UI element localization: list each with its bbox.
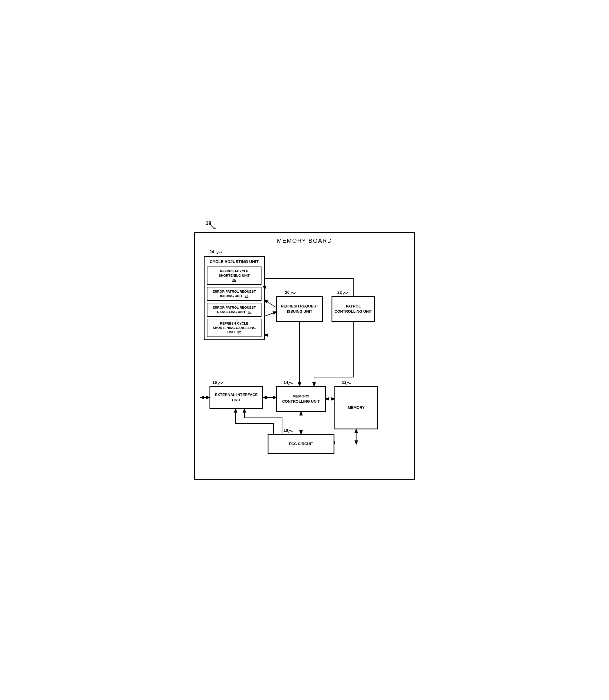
diagram-area: 24 CYCLE ADJUSTING UNIT REFRESH-CYCLE SH… [201,249,410,470]
cycle-adjusting-outer: CYCLE ADJUSTING UNIT REFRESH-CYCLE SHORT… [204,256,265,340]
memory-controlling-text: MEMORY CONTROLLING UNIT [279,394,323,404]
sub-unit-28: ERROR PATROL REQUEST ISSUING UNIT 28 [207,287,261,301]
ref-label-10: 10 [206,220,211,226]
sub-unit-30-num: 30 [247,310,251,313]
external-interface-box: EXTERNAL INTERFACE UNIT [209,386,263,409]
sub-unit-32: REFRESH-CYCLE SHORTENING CANCELING UNIT … [207,319,261,337]
ecc-circuit-text: ECC CIRCUIT [289,441,313,447]
sub-unit-26-text: REFRESH-CYCLE SHORTENING UNIT [219,269,250,277]
external-interface-text: EXTERNAL INTERFACE UNIT [212,392,261,402]
sub-unit-28-num: 28 [245,294,248,298]
external-interface-label: 16 [212,380,217,385]
cycle-adjusting-label: 24 [209,249,214,254]
patrol-controlling-text: PATROL CONTROLLING UNIT [334,304,372,314]
cycle-adjusting-title: CYCLE ADJUSTING UNIT [207,259,261,264]
board-title: MEMORY BOARD [201,237,408,244]
sub-unit-30: ERROR PATROL REQUEST CANCELING UNIT 30 [207,303,261,317]
patrol-controlling-box: PATROL CONTROLLING UNIT [332,296,375,322]
memory-controlling-label: 14 [283,380,288,385]
refresh-request-text: REFRESH REQUEST ISSUING UNIT [279,304,320,314]
ecc-label: 18 [283,428,288,433]
ecc-circuit-box: ECC CIRCUIT [267,434,334,454]
memory-text: MEMORY [348,405,365,410]
sub-unit-26: REFRESH-CYCLE SHORTENING UNIT 26 [207,267,261,285]
main-board: MEMORY BOARD 24 CYCLE ADJUSTING UNIT REF… [194,232,415,480]
page-wrapper: 10 MEMORY BOARD 24 CYCLE ADJUSTING UNIT … [194,220,415,480]
sub-unit-26-num: 26 [232,278,236,282]
refresh-request-box: REFRESH REQUEST ISSUING UNIT [276,296,323,322]
refresh-request-label: 20 [285,290,290,295]
sub-unit-32-num: 32 [238,330,241,334]
memory-box: MEMORY [334,386,378,429]
patrol-controlling-label: 22 [337,290,342,295]
external-arrows: ↔ [201,395,206,400]
memory-controlling-box: MEMORY CONTROLLING UNIT [276,386,326,412]
sub-unit-28-text: ERROR PATROL REQUEST ISSUING UNIT [213,290,256,298]
sub-unit-32-text: REFRESH-CYCLE SHORTENING CANCELING UNIT [213,322,256,334]
